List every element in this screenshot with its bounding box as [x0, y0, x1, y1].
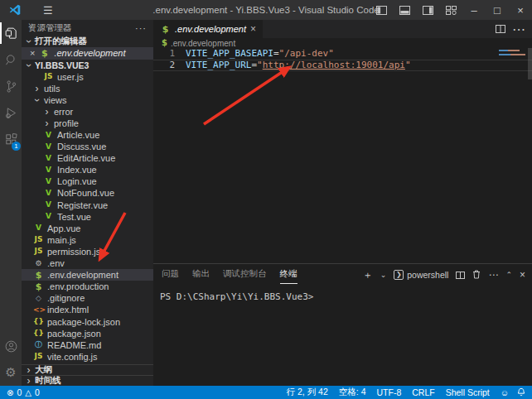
open-editor-item[interactable]: × $ .env.development — [22, 47, 153, 60]
outline-section[interactable]: › 大纲 — [22, 364, 153, 375]
close-editor-icon[interactable]: × — [30, 48, 35, 58]
tree-item-.env.development[interactable]: $.env.development — [22, 269, 153, 281]
gear-file-icon: ⚙ — [33, 260, 44, 267]
terminal-output[interactable]: PS D:\CSharp\Yi\Yi.BBS.Vue3> — [153, 285, 532, 302]
tree-item-label: .gitignore — [47, 293, 85, 303]
timeline-section[interactable]: › 时间线 — [22, 375, 153, 386]
tree-item-Test.vue[interactable]: VTest.vue — [22, 211, 153, 223]
open-editor-label: .env.development — [54, 48, 125, 58]
vue-file-icon: V — [43, 166, 54, 174]
account-icon[interactable] — [0, 333, 22, 359]
tree-item-Discuss.vue[interactable]: VDiscuss.vue — [22, 141, 153, 152]
minimap[interactable] — [499, 50, 525, 58]
tree-item-EditArticle.vue[interactable]: VEditArticle.vue — [22, 152, 153, 164]
split-editor-icon[interactable] — [496, 22, 505, 36]
tab-env-development[interactable]: $ .env.development × — [153, 20, 263, 38]
open-editors-label: 打开的编辑器 — [35, 36, 87, 47]
explorer-sidebar: 资源管理器 ··· › 打开的编辑器 × $ .env.development … — [22, 20, 153, 386]
problems-status[interactable]: ⊗ 0 △ 0 — [7, 387, 40, 397]
source-control-icon[interactable] — [0, 73, 22, 99]
errors-icon: ⊗ — [7, 388, 13, 397]
open-editors-section[interactable]: › 打开的编辑器 — [22, 36, 153, 47]
tree-item-Article.vue[interactable]: VArticle.vue — [22, 129, 153, 141]
html-file-icon: <> — [33, 306, 44, 314]
search-icon[interactable] — [0, 46, 22, 73]
tree-item-Register.vue[interactable]: VRegister.vue — [22, 200, 153, 211]
tree-item-NotFound.vue[interactable]: VNotFound.vue — [22, 187, 153, 199]
new-terminal-icon[interactable]: ＋ — [363, 270, 373, 280]
tree-item-vite.config.js[interactable]: JSvite.config.js — [22, 351, 153, 363]
workspace-section[interactable]: › YI.BBS.VUE3 — [22, 60, 153, 71]
editor-scrollbar[interactable] — [528, 48, 532, 79]
explorer-icon[interactable] — [0, 20, 22, 46]
code-line-1[interactable]: 1 VITE_APP_BASEAPI="/api-dev" — [153, 48, 532, 60]
toggle-secondary-sidebar-icon[interactable] — [416, 0, 439, 20]
run-debug-icon[interactable] — [0, 99, 22, 126]
panel-tab-调试控制台[interactable]: 调试控制台 — [223, 265, 267, 284]
tree-item-package.json[interactable]: {}package.json — [22, 328, 153, 339]
feedback-icon[interactable]: ☺ — [501, 388, 509, 397]
tab-close-icon[interactable]: × — [250, 23, 256, 35]
chevron-right-icon: › — [33, 84, 41, 94]
tree-item-utils[interactable]: ›utils — [22, 83, 153, 94]
toggle-panel-icon[interactable] — [393, 0, 416, 20]
notifications-bell-icon[interactable] — [517, 387, 525, 398]
customize-layout-icon[interactable] — [439, 0, 462, 20]
chevron-right-icon: › — [43, 118, 51, 128]
settings-gear-icon[interactable]: ⚙ — [0, 359, 22, 386]
tree-item-views[interactable]: ›views — [22, 94, 153, 106]
breadcrumb[interactable]: $ .env.development — [153, 38, 532, 48]
toggle-primary-sidebar-icon[interactable] — [370, 0, 393, 20]
shell-label: powershell — [407, 270, 448, 280]
statusbar-item[interactable]: UTF-8 — [377, 387, 402, 397]
panel-tab-问题[interactable]: 问题 — [162, 265, 179, 284]
statusbar-item[interactable]: CRLF — [412, 387, 434, 397]
tree-item-package-lock.json[interactable]: {}package-lock.json — [22, 315, 153, 327]
tree-item-README.md[interactable]: ⓘREADME.md — [22, 339, 153, 351]
tree-item-index.html[interactable]: <>index.html — [22, 304, 153, 315]
menu-icon[interactable]: ☰ — [43, 4, 53, 17]
tree-item-.env.production[interactable]: $.env.production — [22, 281, 153, 292]
code-line-2[interactable]: 2 VITE_APP_URL="http://localhost:19001/a… — [153, 60, 532, 71]
tree-item-permission.js[interactable]: JSpermission.js — [22, 246, 153, 257]
tree-item-Index.vue[interactable]: VIndex.vue — [22, 164, 153, 175]
tree-item-main.js[interactable]: JSmain.js — [22, 234, 153, 246]
statusbar-item[interactable]: Shell Script — [446, 387, 490, 397]
url-link[interactable]: http://localhost:19001/api — [263, 60, 405, 70]
tree-item-error[interactable]: ›error — [22, 106, 153, 118]
tree-item-Login.vue[interactable]: VLogin.vue — [22, 175, 153, 187]
split-terminal-icon[interactable] — [456, 267, 465, 282]
extensions-badge: 1 — [12, 142, 21, 151]
shell-file-icon: $ — [160, 25, 171, 34]
statusbar-item[interactable]: 空格: 4 — [339, 387, 366, 398]
timeline-label: 时间线 — [35, 375, 61, 386]
panel: 问题输出调试控制台终端 ＋ ⌄ ❯ powershell — [153, 263, 532, 386]
js-file-icon: JS — [43, 73, 54, 80]
shell-file-icon: $ — [162, 39, 167, 47]
tree-item-.gitignore[interactable]: ◇.gitignore — [22, 292, 153, 304]
tab-bar: $ .env.development × ⋯ — [153, 20, 532, 38]
panel-tab-终端[interactable]: 终端 — [280, 265, 297, 284]
maximize-panel-icon[interactable]: ⌃ — [505, 271, 512, 279]
chevron-down-icon: › — [24, 61, 34, 69]
terminal-dropdown-icon[interactable]: ⌄ — [380, 271, 387, 279]
shell-file-icon: $ — [39, 49, 50, 58]
panel-more-actions-icon[interactable]: ⋯ — [488, 270, 498, 280]
tree-item-App.vue[interactable]: VApp.vue — [22, 223, 153, 234]
close-button[interactable]: × — [509, 0, 532, 20]
editor-more-actions-icon[interactable]: ⋯ — [512, 22, 525, 37]
terminal-shell-chip[interactable]: ❯ powershell — [394, 270, 448, 280]
statusbar-item[interactable]: 行 2, 列 42 — [287, 387, 328, 398]
code-editor[interactable]: 1 VITE_APP_BASEAPI="/api-dev" 2 VITE_APP… — [153, 48, 532, 263]
tree-item-.env[interactable]: ⚙.env — [22, 257, 153, 269]
tree-item-user.js[interactable]: JSuser.js — [22, 71, 153, 83]
close-panel-icon[interactable]: × — [520, 270, 525, 280]
explorer-more-actions-icon[interactable]: ··· — [135, 23, 147, 33]
extensions-icon[interactable]: 1 — [0, 126, 22, 152]
tree-item-profile[interactable]: ›profile — [22, 118, 153, 129]
maximize-button[interactable]: □ — [486, 0, 509, 20]
minimize-button[interactable]: – — [462, 0, 486, 20]
chevron-right-icon: › — [25, 376, 32, 386]
panel-tab-输出[interactable]: 输出 — [192, 265, 210, 284]
kill-terminal-icon[interactable] — [472, 267, 481, 282]
